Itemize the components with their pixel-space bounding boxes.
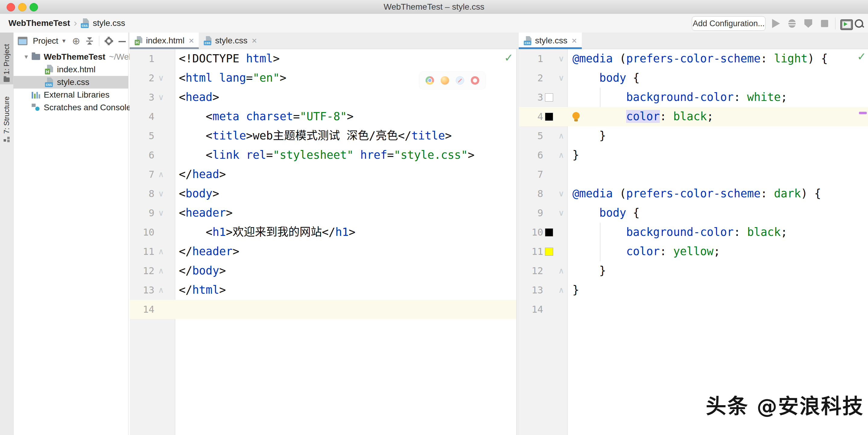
- fold-marker[interactable]: ∨: [154, 74, 168, 82]
- code-line-4[interactable]: 4 color: black;: [519, 107, 868, 126]
- swatch-column[interactable]: [543, 113, 555, 121]
- fold-marker[interactable]: ∧: [154, 170, 168, 179]
- code-cell[interactable]: }: [568, 280, 868, 300]
- code-cell[interactable]: <header>: [175, 203, 516, 223]
- code-cell[interactable]: [175, 300, 516, 319]
- safari-icon[interactable]: [456, 76, 464, 85]
- code-line-7[interactable]: 7∧</head>: [130, 165, 516, 184]
- code-line-6[interactable]: 6 <link rel="stylesheet" href="style.css…: [130, 145, 516, 165]
- code-cell[interactable]: }: [568, 145, 868, 165]
- fold-marker[interactable]: ∨: [555, 209, 568, 217]
- color-swatch[interactable]: [545, 93, 553, 102]
- intention-bulb-icon[interactable]: [572, 112, 580, 119]
- tree-item-scratches-and-consoles[interactable]: Scratches and Consoles: [13, 101, 128, 114]
- run-icon[interactable]: [771, 19, 780, 28]
- code-line-3[interactable]: 3∨<head>: [130, 88, 516, 107]
- opera-icon[interactable]: [471, 76, 479, 85]
- code-line-2[interactable]: 2∨ body {: [519, 68, 868, 88]
- code-line-12[interactable]: 12∧</body>: [130, 261, 516, 280]
- code-line-11[interactable]: 11 color: yellow;: [519, 242, 868, 261]
- breadcrumb-file[interactable]: style.css: [93, 19, 125, 28]
- code-cell[interactable]: body {: [568, 203, 868, 223]
- code-cell[interactable]: background-color: black;: [568, 223, 868, 242]
- tree-item-external-libraries[interactable]: External Libraries: [13, 89, 128, 101]
- color-swatch[interactable]: [545, 247, 553, 256]
- code-cell[interactable]: <title>web主题模式测试 深色/亮色</title>: [175, 126, 516, 145]
- fold-marker[interactable]: ∧: [555, 151, 568, 159]
- tree-item-style-css[interactable]: cssstyle.css: [13, 76, 128, 89]
- run-anything-icon[interactable]: [840, 19, 850, 28]
- code-line-1[interactable]: 1∨@media (prefers-color-scheme: light) {: [519, 49, 868, 68]
- code-line-3[interactable]: 3 background-color: white;: [519, 88, 868, 107]
- editor-style-css[interactable]: ✓ 1∨@media (prefers-color-scheme: light)…: [519, 49, 868, 435]
- code-line-9[interactable]: 9∨<header>: [130, 203, 516, 223]
- collapse-all-icon[interactable]: [86, 37, 93, 45]
- code-cell[interactable]: <body>: [175, 184, 516, 203]
- fold-marker[interactable]: ∨: [555, 55, 568, 63]
- code-cell[interactable]: <meta charset="UTF-8">: [175, 107, 516, 126]
- swatch-column[interactable]: [543, 228, 555, 236]
- color-swatch[interactable]: [545, 228, 553, 236]
- stop-icon[interactable]: [820, 19, 829, 28]
- chevron-down-icon[interactable]: ▼: [61, 38, 67, 44]
- fold-marker[interactable]: ∧: [154, 247, 168, 256]
- close-tab-icon[interactable]: ×: [189, 36, 194, 46]
- gear-icon[interactable]: [105, 37, 113, 45]
- fold-marker[interactable]: ∨: [154, 209, 168, 217]
- code-line-1[interactable]: 1<!DOCTYPE html>: [130, 49, 516, 68]
- inspections-ok-icon[interactable]: ✓: [857, 50, 866, 63]
- code-cell[interactable]: color: black;: [568, 107, 868, 126]
- code-cell[interactable]: <!DOCTYPE html>: [175, 49, 516, 68]
- stripe-structure-button[interactable]: 7: Structure: [0, 90, 13, 144]
- tree-item-webthemetest[interactable]: ▼WebThemeTest~/Web: [13, 51, 128, 63]
- tree-expand-arrow[interactable]: ▼: [21, 54, 32, 60]
- code-line-4[interactable]: 4 <meta charset="UTF-8">: [130, 107, 516, 126]
- fold-marker[interactable]: ∨: [154, 93, 168, 102]
- close-tab-icon[interactable]: ×: [571, 36, 577, 46]
- color-swatch[interactable]: [545, 113, 553, 121]
- breadcrumb-project[interactable]: WebThemeTest: [8, 19, 70, 28]
- hide-panel-icon[interactable]: [119, 41, 126, 42]
- fold-marker[interactable]: ∧: [555, 132, 568, 140]
- swatch-column[interactable]: [543, 93, 555, 102]
- fold-marker[interactable]: ∨: [555, 74, 568, 82]
- firefox-icon[interactable]: [441, 76, 449, 85]
- search-everywhere-icon[interactable]: [854, 19, 864, 28]
- code-cell[interactable]: [568, 300, 868, 319]
- code-cell[interactable]: </html>: [175, 280, 516, 300]
- code-line-8[interactable]: 8∨<body>: [130, 184, 516, 203]
- fold-marker[interactable]: ∨: [555, 190, 568, 198]
- fold-marker[interactable]: ∧: [555, 286, 568, 294]
- fold-marker[interactable]: ∨: [154, 190, 168, 198]
- swatch-column[interactable]: [543, 247, 555, 256]
- code-line-13[interactable]: 13∧</html>: [130, 280, 516, 300]
- chrome-icon[interactable]: [426, 76, 434, 85]
- tree-item-index-html[interactable]: Hindex.html: [13, 63, 128, 76]
- code-cell[interactable]: @media (prefers-color-scheme: light) {: [568, 49, 868, 68]
- debug-icon[interactable]: [787, 19, 797, 28]
- code-cell[interactable]: </head>: [175, 165, 516, 184]
- add-configuration-button[interactable]: Add Configuration...: [692, 16, 766, 31]
- code-line-11[interactable]: 11∧</header>: [130, 242, 516, 261]
- close-tab-icon[interactable]: ×: [252, 36, 257, 46]
- code-cell[interactable]: [568, 165, 868, 184]
- code-cell[interactable]: <h1>欢迎来到我的网站</h1>: [175, 223, 516, 242]
- code-cell[interactable]: <link rel="stylesheet" href="style.css">: [175, 145, 516, 165]
- tab-style-css[interactable]: cssstyle.css×: [199, 33, 262, 49]
- code-line-10[interactable]: 10 <h1>欢迎来到我的网站</h1>: [130, 223, 516, 242]
- code-cell[interactable]: @media (prefers-color-scheme: dark) {: [568, 184, 868, 203]
- code-line-6[interactable]: 6∧}: [519, 145, 868, 165]
- code-line-10[interactable]: 10 background-color: black;: [519, 223, 868, 242]
- coverage-icon[interactable]: [803, 19, 813, 28]
- tab-index-html[interactable]: Hindex.html×: [130, 33, 199, 49]
- code-line-8[interactable]: 8∨@media (prefers-color-scheme: dark) {: [519, 184, 868, 203]
- editor-index-html[interactable]: ✓ 1<!DOCTYPE html>2∨<html lang="en">3∨<h…: [130, 49, 516, 435]
- code-line-14[interactable]: 14: [130, 300, 516, 319]
- code-cell[interactable]: background-color: white;: [568, 88, 868, 107]
- code-cell[interactable]: }: [568, 126, 868, 145]
- code-cell[interactable]: body {: [568, 68, 868, 88]
- code-cell[interactable]: <head>: [175, 88, 516, 107]
- locate-file-icon[interactable]: ⊕: [72, 36, 80, 46]
- fold-marker[interactable]: ∧: [154, 267, 168, 275]
- fold-marker[interactable]: ∧: [555, 267, 568, 275]
